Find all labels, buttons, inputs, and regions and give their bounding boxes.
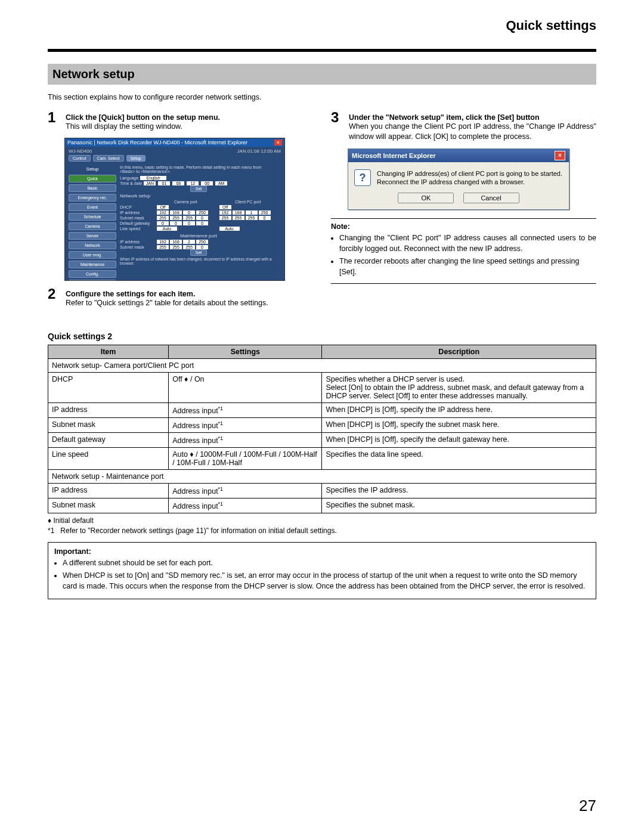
sidebar-camera: Camera: [69, 222, 116, 230]
table-title: Quick settings 2: [48, 332, 596, 341]
maint-ip-label: IP address: [120, 240, 153, 244]
msn-3: 255: [183, 245, 195, 249]
cell-desc: Specifies the subnet mask.: [322, 498, 596, 513]
row-gw-label: Default gateway: [120, 221, 153, 225]
mip-1: 192: [157, 240, 169, 244]
col-item: Item: [48, 345, 169, 358]
cell-desc: Specifies the data line speed.: [322, 447, 596, 469]
step-number: 3: [331, 110, 344, 143]
ls-cam: Auto: [157, 227, 177, 231]
gw-4: 0: [196, 221, 208, 225]
step-heading: Click the [Quick] button on the setup me…: [66, 113, 313, 122]
screenshot-footer-note: When IP address of network has been chan…: [120, 257, 277, 265]
page-number: 27: [579, 797, 596, 815]
cell-desc: When [DHCP] is [Off], specify the IP add…: [322, 402, 596, 417]
cancel-button: Cancel: [463, 193, 519, 203]
ip-cam-1: 192: [157, 210, 169, 215]
sidebar-quick: Quick: [69, 175, 116, 182]
step-heading: Configure the settings for each item.: [66, 290, 313, 298]
dhcp-cam: Off: [157, 205, 169, 209]
step-text: Refer to "Quick settings 2" table for de…: [66, 298, 313, 309]
cell-item: Subnet mask: [48, 498, 169, 513]
cell-desc: When [DHCP] is [Off], specify the defaul…: [322, 432, 596, 447]
ie-dialog: Microsoft Internet Explorer × ? Changing…: [348, 148, 569, 210]
page-header-title: Quick settings: [48, 18, 596, 37]
setup-window-screenshot: Panasonic | Network Disk Recorder WJ-ND4…: [64, 138, 285, 281]
note-bullet-1: Changing the "Client PC port" IP address…: [339, 233, 596, 254]
header-rule: [48, 49, 596, 52]
time-h: 12: [187, 181, 199, 185]
ip-pc-1: 192: [219, 210, 231, 215]
cell-settings: Off ♦ / On: [169, 372, 322, 402]
step-number: 2: [48, 287, 61, 309]
ip-pc-4: 250: [259, 210, 271, 215]
row-ip-label: IP address: [120, 210, 153, 215]
cell-settings: Address input*1: [169, 498, 322, 513]
maint-sn-label: Subnet mask: [120, 245, 153, 249]
cell-settings: Address input*1: [169, 483, 322, 498]
footnote-default: ♦ Initial default: [48, 516, 596, 526]
sidebar-event: Event: [69, 203, 116, 211]
date-m: JAN: [144, 181, 156, 185]
sidebar-maintenance: Maintenance: [69, 261, 116, 268]
sidebar-emergency: Emergency rec.: [69, 194, 116, 202]
cell-item: DHCP: [48, 372, 169, 402]
sn-pc-2: 255: [233, 216, 244, 220]
msn-1: 255: [157, 245, 169, 249]
sidebar-help: Help: [69, 280, 116, 281]
ok-button: OK: [398, 193, 454, 203]
ip-cam-4: 250: [196, 210, 208, 215]
cell-desc: When [DHCP] is [Off], specify the subnet…: [322, 417, 596, 432]
section-intro: This section explains how to configure r…: [48, 92, 596, 103]
msn-4: 0: [196, 245, 208, 249]
sidebar-server: Server: [69, 232, 116, 240]
dialog-title: Microsoft Internet Explorer: [352, 152, 436, 159]
language-value: English: [140, 176, 166, 180]
sidebar-usermng: User mng.: [69, 251, 116, 259]
step-2: 2 Configure the settings for each item. …: [48, 287, 313, 309]
cell-item: IP address: [48, 483, 169, 498]
table-section-maintenance: Network setup - Maintenance port: [48, 469, 596, 483]
cell-item: IP address: [48, 402, 169, 417]
cell-settings: Address input*1: [169, 402, 322, 417]
time-m: 00: [201, 181, 213, 185]
important-box: Important: A different subnet should be …: [48, 542, 596, 600]
row-ls-label: Line speed: [120, 227, 153, 231]
sidebar-heading: Setup: [69, 166, 116, 172]
tab-control: Control: [69, 155, 91, 162]
sn-cam-3: 255: [183, 216, 195, 220]
row-dhcp-label: DHCP: [120, 205, 153, 209]
tab-cam-select: Cam. Select: [93, 155, 124, 162]
sidebar-config: Config.: [69, 270, 116, 278]
cell-desc: Specifies the IP address.: [322, 483, 596, 498]
step-number: 1: [48, 110, 61, 132]
sn-pc-3: 255: [246, 216, 258, 220]
timestamp: JAN.01.08 12:00 AM: [237, 148, 281, 154]
cell-desc: Specifies whether a DHCP server is used.…: [322, 372, 596, 402]
window-title: Panasonic | Network Disk Recorder WJ-ND4…: [67, 140, 247, 145]
col-client-pc-port: Client PC port: [219, 200, 278, 204]
tab-setup: Setup: [126, 155, 145, 162]
note-heading: Note:: [331, 222, 596, 231]
step-text: When you change the Client PC port IP ad…: [349, 122, 596, 143]
time-ampm: AM: [215, 181, 227, 185]
maint-port-heading: Maintenance port: [120, 233, 277, 239]
sn-cam-4: 0: [196, 216, 208, 220]
col-description: Description: [322, 345, 596, 358]
quick-settings-table: Item Settings Description Network setup-…: [48, 345, 596, 514]
mip-4: 250: [196, 240, 208, 244]
gw-1: 0: [157, 221, 169, 225]
cell-item: Subnet mask: [48, 417, 169, 432]
question-icon: ?: [354, 169, 371, 186]
important-heading: Important:: [54, 547, 590, 556]
row-sn-label: Subnet mask: [120, 216, 153, 220]
sidebar-basic: Basic: [69, 184, 116, 192]
dialog-line1: Changing IP address(es) of client PC por…: [377, 169, 563, 178]
msn-2: 255: [170, 245, 182, 249]
ip-pc-2: 168: [233, 210, 244, 215]
date-d: 01: [158, 181, 170, 185]
cell-settings: Address input*1: [169, 432, 322, 447]
cell-item: Line speed: [48, 447, 169, 469]
sn-pc-1: 255: [219, 216, 231, 220]
step-text: This will display the setting window.: [66, 122, 313, 132]
